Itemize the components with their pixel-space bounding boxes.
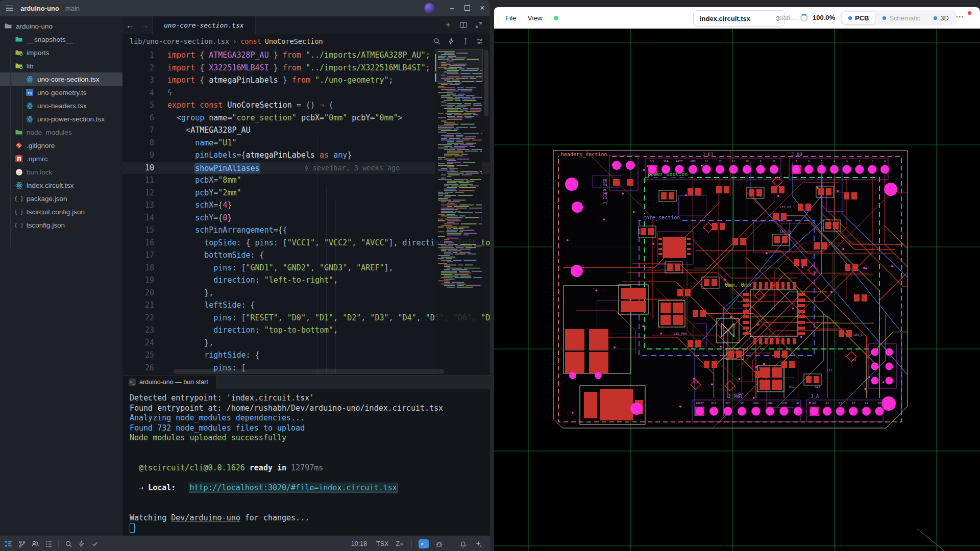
zed-assistant-label[interactable]: Z» (396, 540, 403, 547)
svg-text:5: 5 (821, 160, 822, 163)
inline-assist-icon[interactable] (446, 36, 456, 46)
svg-text:NC: NC (796, 402, 800, 405)
terminal-tab-bar: >_ arduino-uno — bun start (122, 375, 490, 389)
overflow-menu-icon[interactable]: ⋯ (955, 12, 964, 21)
collab-panel-icon[interactable] (29, 538, 42, 549)
view-tab-schematic[interactable]: Schematic (876, 12, 926, 24)
menu-file[interactable]: File (505, 14, 517, 22)
headers-section-label: headers_section (561, 152, 607, 158)
circuit-viewer-window: File View index.circuit.tsx ulati... 100… (494, 7, 980, 551)
breadcrumb-path: lib/uno-core-section.tsx (130, 37, 229, 45)
project-panel: arduino-uno__snapshots__importslibuno-co… (0, 16, 123, 536)
tree-item--npmrc[interactable]: .npmrc (0, 152, 122, 165)
back-nav-icon[interactable]: ← (126, 21, 134, 30)
view-tab-3d[interactable]: 3D (927, 12, 955, 24)
horizontal-scrollbar[interactable] (174, 369, 444, 374)
svg-text:SDA: SDA (663, 160, 669, 163)
project-name[interactable]: arduino-uno (20, 5, 59, 12)
maximize-button[interactable] (459, 4, 475, 12)
tree-item--snapshots-[interactable]: __snapshots__ (0, 33, 122, 46)
tab-dot-icon (883, 16, 886, 20)
tree-item-node-modules[interactable]: node_modules (0, 126, 122, 139)
search-icon[interactable] (62, 538, 75, 549)
connection-status-dot (554, 16, 558, 20)
svg-text:AREF: AREF (676, 160, 683, 163)
svg-text:C17: C17 (827, 368, 832, 372)
pcb-canvas[interactable]: headers_sectionpower_sectioncore_section… (494, 29, 980, 551)
text-cursor-icon[interactable] (460, 36, 471, 46)
tree-item-tsconfig-json[interactable]: { }tsconfig.json (0, 218, 122, 232)
editor-settings-icon[interactable] (475, 36, 485, 46)
hamburger-menu-icon[interactable] (6, 6, 13, 11)
origin-coordinates-label: 0mm, 0mm (725, 282, 751, 288)
svg-text:A4: A4 (865, 402, 868, 405)
svg-text:TS: TS (27, 91, 32, 95)
tree-item-lib[interactable]: lib (0, 59, 122, 72)
ai-sparkle-icon[interactable] (472, 538, 485, 549)
svg-text:A0: A0 (813, 402, 816, 405)
project-panel-toggle-icon[interactable] (2, 538, 15, 549)
cursor-position[interactable]: 10:18 (351, 540, 367, 547)
outline-panel-icon[interactable] (42, 538, 55, 549)
tree-item--gitignore[interactable]: .gitignore (0, 139, 122, 152)
split-editor-icon[interactable] (458, 20, 469, 30)
tree-item-uno-geometry-ts[interactable]: TSuno-geometry.ts (0, 86, 122, 99)
tree-item-imports[interactable]: imports (0, 46, 122, 59)
view-mode-tabs: PCBSchematic3D (840, 10, 957, 26)
svg-text:3V3: 3V3 (725, 402, 730, 405)
close-button[interactable]: × (475, 4, 490, 13)
svg-text:J_A: J_A (811, 394, 819, 399)
minimap-viewport[interactable] (435, 49, 483, 82)
zap-icon[interactable] (75, 538, 88, 549)
svg-text:{ }: { } (15, 196, 22, 202)
debug-icon[interactable] (432, 538, 446, 549)
svg-text:2: 2 (859, 160, 860, 163)
svg-text:{ }: { } (15, 209, 22, 215)
expand-editor-icon[interactable] (474, 20, 484, 30)
titlebar: arduino-uno main − × (0, 0, 490, 17)
file-select[interactable]: index.circuit.tsx (693, 10, 785, 27)
git-branch-name[interactable]: main (65, 5, 80, 12)
view-tab-pcb[interactable]: PCB (842, 11, 875, 24)
tree-item-bun-lock[interactable]: bun.lock (0, 165, 122, 179)
terminal-icon: >_ (129, 379, 136, 386)
svg-text:{ }: { } (15, 222, 22, 228)
svg-text:VIN: VIN (781, 402, 787, 405)
code-editor[interactable]: 1import { ATMEGA328P_AU } from "../impor… (122, 49, 490, 375)
buffer-search-icon[interactable] (432, 36, 442, 46)
new-tab-icon[interactable]: + (443, 20, 453, 30)
language-selector[interactable]: TSX (376, 540, 388, 547)
tab-uno-core-section[interactable]: uno-core-section.tsx (153, 16, 256, 34)
svg-text:R11: R11 (789, 385, 795, 388)
local-url-link[interactable]: http://localhost:3020/#file=index.circui… (189, 483, 397, 492)
diagnostics-check-icon[interactable] (88, 538, 102, 549)
svg-text:A3: A3 (851, 402, 855, 405)
terminal-tab[interactable]: >_ arduino-uno — bun start (122, 375, 217, 389)
svg-text:9: 9 (760, 160, 761, 163)
tree-item-uno-headers-tsx[interactable]: uno-headers.tsx (0, 99, 122, 112)
menu-view[interactable]: View (528, 14, 543, 22)
breadcrumb[interactable]: lib/uno-core-section.tsx › const UnoCore… (122, 34, 490, 49)
truncated-label: ulati... (778, 14, 796, 21)
notifications-bell-icon[interactable] (456, 538, 470, 549)
git-blame[interactable]: seveibar, 3 weeks ago (304, 162, 400, 174)
git-panel-icon[interactable] (15, 538, 29, 549)
svg-text:12: 12 (718, 160, 722, 163)
terminal-output[interactable]: Detected entrypoint: 'index.circuit.tsx'… (122, 389, 490, 534)
tree-item-package-json[interactable]: { }package.json (0, 192, 122, 205)
user-avatar[interactable] (424, 3, 435, 14)
tree-item-index-circuit-tsx[interactable]: index.circuit.tsx (0, 179, 122, 192)
tree-item-uno-power-section-tsx[interactable]: uno-power-section.tsx (0, 112, 122, 126)
vertical-scrollbar[interactable] (484, 49, 489, 375)
react-icon (15, 181, 23, 189)
minimize-button[interactable]: − (444, 4, 459, 12)
forward-nav-icon[interactable]: → (141, 21, 149, 30)
terminal-toggle-icon[interactable]: >_ (417, 538, 430, 549)
tree-item-arduino-uno[interactable]: arduino-uno (0, 19, 122, 33)
minimap[interactable] (435, 49, 482, 375)
npm-icon (15, 155, 23, 163)
tree-item-uno-core-section-tsx[interactable]: uno-core-section.tsx (0, 72, 122, 86)
svg-text:LED_TX: LED_TX (780, 230, 791, 234)
svg-text:C9: C9 (821, 226, 825, 229)
tree-item-tscircuit-config-json[interactable]: { }tscircuit.config.json (0, 205, 122, 218)
